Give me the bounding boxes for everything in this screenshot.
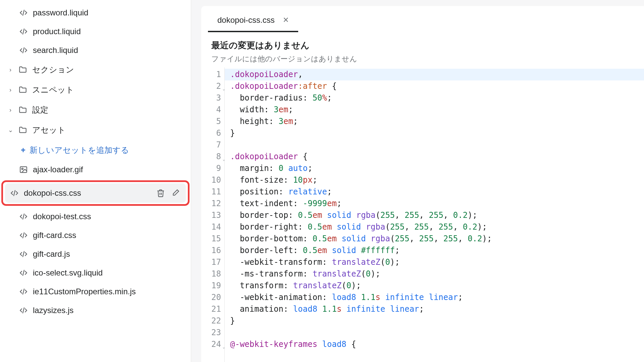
svg-line-7 (23, 232, 24, 238)
code-icon (19, 268, 28, 278)
file-item[interactable]: ajax-loader.gif (0, 160, 191, 179)
file-item-selected[interactable]: dokopoi-css.css (5, 183, 186, 203)
file-item[interactable]: product.liquid (0, 22, 191, 41)
line-number: 8⌄ (201, 151, 221, 163)
line-number: 20 (201, 292, 221, 303)
fold-icon[interactable]: ⌄ (223, 341, 225, 353)
folder-assets[interactable]: ⌄ アセット (0, 120, 191, 140)
code-line[interactable]: text-indent: -9999em; (230, 198, 644, 209)
chevron-right-icon: › (7, 107, 13, 114)
line-number: 11 (201, 186, 221, 198)
line-number: 9 (201, 163, 221, 174)
code-line[interactable]: .dokopoiLoader:after { (230, 80, 644, 92)
folder-label: スニペット (32, 84, 184, 95)
code-icon (19, 306, 28, 315)
code-line[interactable]: animation: load8 1.1s infinite linear; (230, 303, 644, 315)
fold-icon[interactable]: ⌄ (223, 83, 225, 95)
line-number: 10 (201, 174, 221, 186)
code-line[interactable]: -webkit-animation: load8 1.1s infinite l… (230, 292, 644, 303)
code-line[interactable]: .dokopoiLoader { (230, 151, 644, 163)
svg-line-11 (23, 307, 24, 313)
heading-text: 最近の変更はありません (211, 40, 634, 51)
code-line[interactable]: transform: translateZ(0); (230, 280, 644, 292)
code-line[interactable]: font-size: 10px; (230, 174, 644, 186)
code-line[interactable]: -ms-transform: translateZ(0); (230, 268, 644, 280)
svg-line-9 (23, 270, 24, 276)
code-icon (10, 188, 19, 198)
editor-card: dokopoi-css.css ✕ 最近の変更はありません ファイルには他のバー… (201, 6, 644, 362)
file-item[interactable]: gift-card.js (0, 245, 191, 263)
code-line[interactable] (230, 327, 644, 339)
selected-file-highlight: dokopoi-css.css (1, 180, 190, 206)
code-line[interactable]: .dokopoiLoader, (225, 69, 644, 80)
file-label: search.liquid (33, 46, 184, 55)
close-icon[interactable]: ✕ (283, 16, 289, 24)
line-number: 5 (201, 116, 221, 127)
file-tree-sidebar: password.liquidproduct.liquidsearch.liqu… (0, 0, 191, 362)
code-line[interactable]: @-webkit-keyframes load8 { (230, 339, 644, 350)
code-line[interactable]: border-bottom: 0.5em solid rgba(255, 255… (230, 233, 644, 245)
code-line[interactable]: margin: 0 auto; (230, 163, 644, 174)
version-heading: 最近の変更はありません ファイルには他のバージョンはありません (201, 32, 644, 67)
line-number: 24⌄ (201, 339, 221, 350)
line-number: 3 (201, 92, 221, 104)
code-line[interactable]: position: relative; (230, 186, 644, 198)
line-number: 1 (201, 69, 221, 80)
folder-icon (18, 65, 28, 74)
plus-icon: + (21, 145, 25, 155)
folder-icon (18, 125, 28, 135)
chevron-down-icon: ⌄ (7, 126, 13, 134)
file-item[interactable]: ico-select.svg.liquid (0, 263, 191, 282)
code-line[interactable]: -webkit-transform: translateZ(0); (230, 256, 644, 268)
file-item[interactable]: ie11CustomProperties.min.js (0, 282, 191, 301)
line-number: 19 (201, 280, 221, 292)
file-item[interactable]: password.liquid (0, 3, 191, 22)
code-icon (19, 46, 28, 55)
fold-icon[interactable]: ⌄ (223, 154, 225, 165)
line-number: 6 (201, 127, 221, 139)
folder-item[interactable]: ›設定 (0, 100, 191, 120)
line-number: 12 (201, 198, 221, 209)
tab-active[interactable]: dokopoi-css.css ✕ (208, 9, 298, 32)
code-icon (19, 212, 28, 221)
code-icon (19, 8, 28, 17)
code-line[interactable] (230, 139, 644, 151)
code-line[interactable]: border-radius: 50%; (230, 92, 644, 104)
file-item[interactable]: lazysizes.js (0, 301, 191, 320)
folder-icon (18, 85, 28, 95)
chevron-right-icon: › (7, 66, 13, 73)
code-icon (19, 27, 28, 36)
line-number: 4 (201, 104, 221, 116)
code-line[interactable]: } (230, 127, 644, 139)
code-icon (19, 231, 28, 240)
line-number: 17 (201, 256, 221, 268)
chevron-right-icon: › (7, 86, 13, 94)
folder-item[interactable]: ›スニペット (0, 80, 191, 100)
code-line[interactable]: border-left: 0.5em solid #ffffff; (230, 245, 644, 256)
add-asset-button[interactable]: + 新しいアセットを追加する (0, 140, 191, 160)
line-number: 14 (201, 221, 221, 233)
line-number: 7 (201, 139, 221, 151)
code-line[interactable]: } (230, 315, 644, 327)
code-line[interactable]: border-top: 0.5em solid rgba(255, 255, 2… (230, 209, 644, 221)
delete-button[interactable] (156, 188, 166, 198)
folder-item[interactable]: ›セクション (0, 60, 191, 80)
file-item[interactable]: gift-card.css (0, 226, 191, 245)
code-editor[interactable]: 12⌄345678⌄910111213141516171819202122232… (201, 67, 644, 362)
svg-line-5 (14, 190, 15, 196)
code-line[interactable]: height: 3em; (230, 116, 644, 127)
code-content[interactable]: .dokopoiLoader,.dokopoiLoader:after { bo… (225, 67, 644, 362)
svg-point-4 (22, 168, 23, 170)
line-number: 18 (201, 268, 221, 280)
file-item[interactable]: dokopoi-test.css (0, 207, 191, 226)
svg-line-10 (23, 289, 24, 294)
file-label: ico-select.svg.liquid (33, 268, 184, 278)
file-label: dokopoi-css.css (24, 188, 151, 198)
code-line[interactable]: width: 3em; (230, 104, 644, 116)
file-label: lazysizes.js (33, 306, 184, 315)
line-number: 13 (201, 209, 221, 221)
file-item[interactable]: search.liquid (0, 41, 191, 60)
rename-button[interactable] (170, 188, 180, 198)
tab-bar: dokopoi-css.css ✕ (201, 6, 644, 32)
code-line[interactable]: border-right: 0.5em solid rgba(255, 255,… (230, 221, 644, 233)
